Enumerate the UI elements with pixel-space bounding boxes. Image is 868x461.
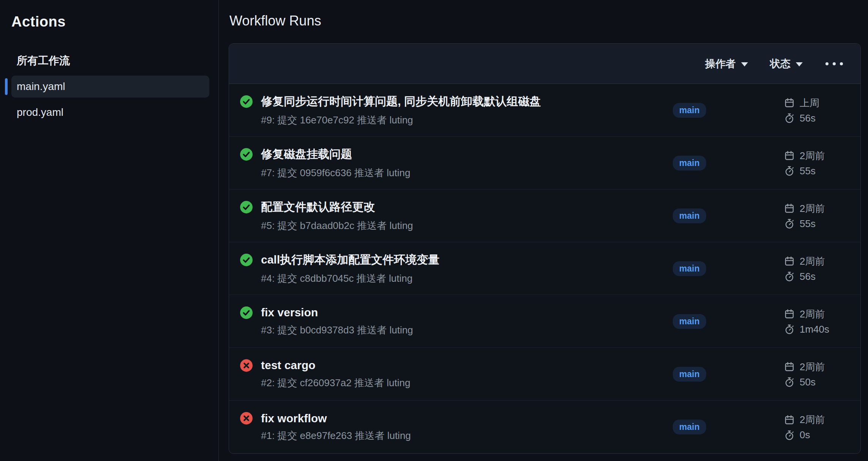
check-circle-icon <box>240 148 253 161</box>
run-title-link[interactable]: 修复磁盘挂载问题 <box>261 147 352 162</box>
sidebar-item-main-yaml[interactable]: main.yaml <box>11 76 209 98</box>
sidebar-item-label: main.yaml <box>17 81 65 92</box>
workflow-run-row[interactable]: fix version #3: 提交 b0cd9378d3 推送者 luting… <box>229 295 860 348</box>
run-title-link[interactable]: test cargo <box>261 359 315 372</box>
stopwatch-icon <box>784 429 795 441</box>
run-title-link[interactable]: 配置文件默认路径更改 <box>261 199 375 215</box>
stopwatch-icon <box>784 165 795 177</box>
run-duration-line: 0s <box>784 429 851 441</box>
workflow-run-row[interactable]: call执行脚本添加配置文件环境变量 #4: 提交 c8dbb7045c 推送者… <box>229 242 860 295</box>
run-commit-meta: #5: 提交 b7daad0b2c 推送者 luting <box>261 219 673 232</box>
sidebar-item-all-workflows[interactable]: 所有工作流 <box>11 49 209 73</box>
run-duration: 55s <box>800 165 816 177</box>
calendar-icon <box>784 150 795 161</box>
run-commit-meta: #9: 提交 16e70e7c92 推送者 luting <box>261 114 673 127</box>
run-meta-column: 2周前 55s <box>784 147 851 180</box>
branch-badge[interactable]: main <box>673 261 706 276</box>
run-date-line: 2周前 <box>784 202 851 215</box>
stopwatch-icon <box>784 112 795 124</box>
run-meta-column: 上周 56s <box>784 94 851 127</box>
run-meta-column: 2周前 0s <box>784 410 851 444</box>
run-title-link[interactable]: fix workflow <box>261 412 327 425</box>
stopwatch-icon <box>784 376 795 388</box>
run-info: fix workflow #1: 提交 e8e97fe263 推送者 lutin… <box>240 412 673 442</box>
run-commit-meta: #7: 提交 0959f6c636 推送者 luting <box>261 166 673 180</box>
run-commit-meta: #2: 提交 cf260937a2 推送者 luting <box>261 376 673 390</box>
run-duration: 0s <box>800 429 810 441</box>
run-duration: 55s <box>800 218 816 230</box>
runs-list-container: 操作者 状态 修复同步运行时间计算问题, 同步关机前卸载默认组磁 <box>229 43 861 454</box>
run-duration: 1m40s <box>800 324 829 335</box>
check-circle-icon <box>240 306 253 319</box>
runs-list-toolbar: 操作者 状态 <box>229 44 860 84</box>
sidebar-title: Actions <box>11 14 209 30</box>
page-title: Workflow Runs <box>229 13 861 29</box>
branch-column: main <box>673 261 784 276</box>
run-date-line: 2周前 <box>784 308 851 321</box>
calendar-icon <box>784 203 795 214</box>
actor-filter-dropdown[interactable]: 操作者 <box>705 57 748 71</box>
run-info: 修复同步运行时间计算问题, 同步关机前卸载默认组磁盘 #9: 提交 16e70e… <box>240 94 673 127</box>
branch-badge[interactable]: main <box>673 156 706 171</box>
run-commit-meta: #1: 提交 e8e97fe263 推送者 luting <box>261 429 673 442</box>
run-date-line: 上周 <box>784 96 851 110</box>
check-circle-icon <box>240 201 253 214</box>
run-date-line: 2周前 <box>784 149 851 163</box>
run-duration-line: 56s <box>784 112 851 124</box>
branch-badge[interactable]: main <box>673 103 706 118</box>
stopwatch-icon <box>784 271 795 282</box>
run-date: 2周前 <box>800 149 825 163</box>
run-info: fix version #3: 提交 b0cd9378d3 推送者 luting <box>240 306 673 337</box>
run-list: 修复同步运行时间计算问题, 同步关机前卸载默认组磁盘 #9: 提交 16e70e… <box>229 84 860 453</box>
run-duration: 50s <box>800 376 816 388</box>
workflow-run-row[interactable]: fix workflow #1: 提交 e8e97fe263 推送者 lutin… <box>229 401 860 453</box>
run-date-line: 2周前 <box>784 255 851 268</box>
run-info: 修复磁盘挂载问题 #7: 提交 0959f6c636 推送者 luting <box>240 147 673 180</box>
run-duration-line: 55s <box>784 218 851 230</box>
run-date: 上周 <box>800 96 819 110</box>
branch-column: main <box>673 367 784 382</box>
workflow-run-row[interactable]: 配置文件默认路径更改 #5: 提交 b7daad0b2c 推送者 luting … <box>229 189 860 242</box>
run-meta-column: 2周前 50s <box>784 358 851 391</box>
calendar-icon <box>784 361 795 373</box>
status-filter-label: 状态 <box>770 57 791 71</box>
branch-badge[interactable]: main <box>673 208 706 223</box>
workflow-run-row[interactable]: test cargo #2: 提交 cf260937a2 推送者 luting … <box>229 348 860 401</box>
branch-column: main <box>673 103 784 118</box>
run-duration: 56s <box>800 112 816 124</box>
x-circle-icon <box>240 359 253 372</box>
run-info: call执行脚本添加配置文件环境变量 #4: 提交 c8dbb7045c 推送者… <box>240 252 673 285</box>
check-circle-icon <box>240 253 253 267</box>
workflow-run-row[interactable]: 修复磁盘挂载问题 #7: 提交 0959f6c636 推送者 luting ma… <box>229 137 860 189</box>
actions-sidebar: Actions 所有工作流 main.yaml prod.yaml <box>0 0 219 461</box>
stopwatch-icon <box>784 324 795 335</box>
branch-badge[interactable]: main <box>673 314 706 329</box>
run-info: 配置文件默认路径更改 #5: 提交 b7daad0b2c 推送者 luting <box>240 199 673 232</box>
calendar-icon <box>784 308 795 320</box>
run-date-line: 2周前 <box>784 360 851 374</box>
run-date: 2周前 <box>800 308 825 321</box>
workflow-run-row[interactable]: 修复同步运行时间计算问题, 同步关机前卸载默认组磁盘 #9: 提交 16e70e… <box>229 84 860 137</box>
run-title-link[interactable]: 修复同步运行时间计算问题, 同步关机前卸载默认组磁盘 <box>261 94 541 109</box>
run-meta-column: 2周前 55s <box>784 199 851 232</box>
run-date: 2周前 <box>800 255 825 268</box>
status-filter-dropdown[interactable]: 状态 <box>770 57 803 71</box>
run-duration-line: 1m40s <box>784 324 851 335</box>
run-title-link[interactable]: fix version <box>261 306 318 319</box>
calendar-icon <box>784 256 795 267</box>
run-meta-column: 2周前 1m40s <box>784 305 851 338</box>
chevron-down-icon <box>796 62 803 66</box>
active-indicator-bar <box>5 78 8 95</box>
run-info: test cargo #2: 提交 cf260937a2 推送者 luting <box>240 359 673 390</box>
run-title-link[interactable]: call执行脚本添加配置文件环境变量 <box>261 252 440 268</box>
chevron-down-icon <box>741 62 748 66</box>
run-meta-column: 2周前 56s <box>784 252 851 285</box>
branch-badge[interactable]: main <box>673 420 706 434</box>
branch-badge[interactable]: main <box>673 367 706 382</box>
sidebar-item-prod-yaml[interactable]: prod.yaml <box>11 101 209 123</box>
kebab-horizontal-icon[interactable] <box>825 60 844 68</box>
x-circle-icon <box>240 412 253 425</box>
branch-column: main <box>673 156 784 171</box>
run-commit-meta: #4: 提交 c8dbb7045c 推送者 luting <box>261 272 673 285</box>
calendar-icon <box>784 414 795 426</box>
